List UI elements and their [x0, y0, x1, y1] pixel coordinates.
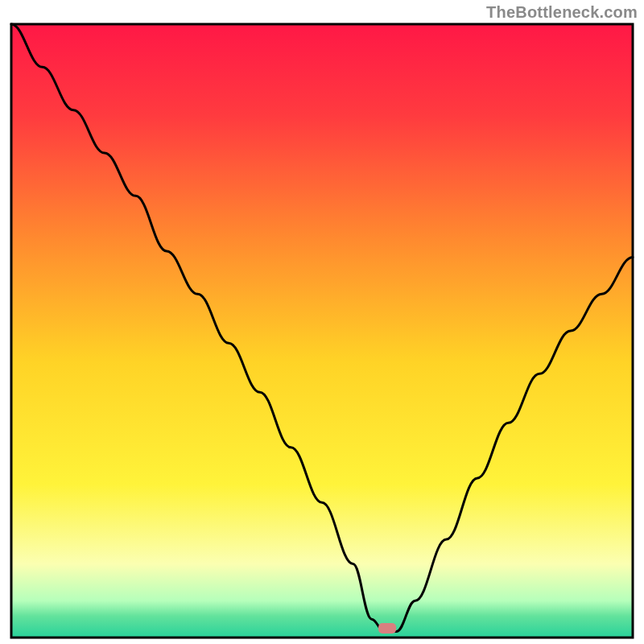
optimal-marker	[378, 623, 396, 634]
watermark-text: TheBottleneck.com	[486, 3, 638, 22]
chart-background	[11, 24, 633, 638]
chart-stage: TheBottleneck.com	[0, 0, 644, 644]
bottleneck-chart	[0, 0, 644, 644]
